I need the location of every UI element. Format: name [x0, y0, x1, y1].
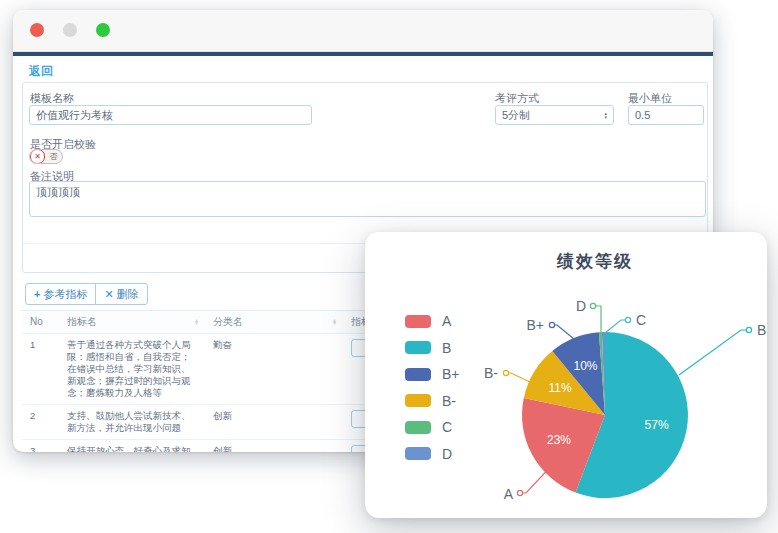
- page-top-bar: [13, 52, 713, 56]
- cell-indicator: 善于通过各种方式突破个人局限：感悟和自省，自我否定；在错误中总结，学习新知识、新…: [59, 334, 205, 404]
- pie-pct-label-B+: 10%: [573, 359, 597, 373]
- pie-pct-label-B: 57%: [645, 418, 669, 432]
- callout-label-A: A: [504, 486, 514, 502]
- callout-label-B-plus: B+: [526, 317, 544, 333]
- eval-method-select[interactable]: 5分制 ▴▾: [495, 105, 614, 125]
- callout-label-B-minus: B-: [484, 365, 498, 381]
- table-toolbar: + 参考指标 ✕ 删除: [25, 283, 148, 305]
- cell-indicator: 保持开放心态、好奇心及求知欲，敢于质疑及尝试: [59, 440, 205, 452]
- header-no: No: [22, 311, 59, 333]
- eval-method-value: 5分制: [502, 106, 530, 124]
- window-titlebar: [13, 10, 713, 52]
- toggle-x-icon: ✕: [30, 149, 45, 164]
- cell-indicator: 支持、鼓励他人尝试新技术、新方法，并允许出现小问题: [59, 405, 205, 439]
- leader-line-B-plus: [555, 325, 574, 339]
- callout-label-C: C: [636, 312, 646, 328]
- callout-label-D: D: [576, 298, 586, 314]
- cell-category: 创新: [205, 440, 343, 452]
- cell-no: 2: [22, 405, 59, 439]
- cell-category: 勤奋: [205, 334, 343, 404]
- header-category: 分类名 ▲▼: [205, 311, 343, 333]
- performance-chart-card: 绩效等级 ABB+B-CD 57%23%11%10% D: [365, 232, 767, 518]
- x-icon: ✕: [104, 288, 113, 301]
- remark-textarea[interactable]: 顶顶顶顶: [29, 181, 706, 217]
- cell-no: 1: [22, 334, 59, 404]
- header-indicator: 指标名 ▲▼: [59, 311, 205, 333]
- cell-no: 3: [22, 440, 59, 452]
- pie-pct-label-A: 23%: [547, 433, 571, 447]
- maximize-window-button[interactable]: [96, 23, 110, 37]
- sort-icon[interactable]: ▲▼: [194, 319, 199, 326]
- callout-label-B: B: [757, 322, 766, 338]
- sort-icon[interactable]: ▲▼: [332, 319, 337, 326]
- toggle-off-text: 否: [45, 151, 62, 162]
- screenshot-stage: 返回 模板名称 价值观行为考核 考评方式 5分制 ▴▾ 最小单位 0.5 是否开…: [0, 0, 778, 533]
- leader-line-D: [596, 306, 601, 333]
- pie-chart: 57%23%11%10% D C B B+ B-: [365, 232, 767, 518]
- delete-button[interactable]: ✕ 删除: [95, 283, 147, 305]
- cell-category: 创新: [205, 405, 343, 439]
- validation-toggle[interactable]: ✕ 否: [29, 149, 63, 164]
- select-arrows-icon: ▴▾: [604, 111, 607, 119]
- plus-icon: +: [34, 288, 40, 300]
- leader-line-B: [679, 330, 746, 375]
- close-window-button[interactable]: [30, 23, 44, 37]
- template-name-input[interactable]: 价值观行为考核: [29, 105, 312, 125]
- template-name-label: 模板名称: [30, 91, 74, 106]
- leader-line-B-minus: [509, 373, 532, 383]
- leader-line-C: [605, 320, 625, 333]
- min-unit-label: 最小单位: [628, 91, 672, 106]
- min-unit-input[interactable]: 0.5: [628, 105, 704, 125]
- back-link[interactable]: 返回: [29, 63, 53, 80]
- minimize-window-button[interactable]: [63, 23, 77, 37]
- pie-pct-label-B-: 11%: [549, 381, 572, 395]
- add-indicator-button[interactable]: + 参考指标: [25, 283, 96, 305]
- eval-method-label: 考评方式: [495, 91, 539, 106]
